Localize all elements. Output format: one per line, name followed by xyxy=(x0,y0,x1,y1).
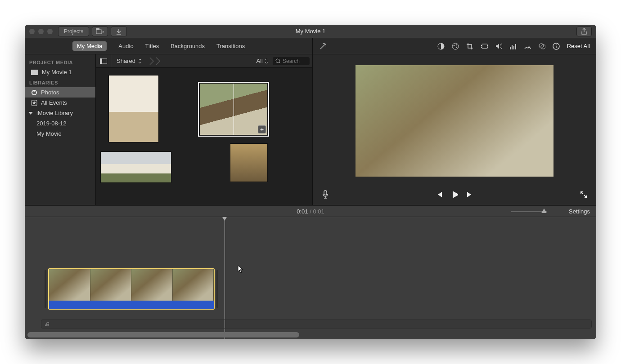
clip-trim-handle-left[interactable] xyxy=(45,270,46,308)
prev-frame-button[interactable] xyxy=(436,191,443,198)
inspector-toolbar: Reset All xyxy=(313,38,596,54)
media-thumb[interactable] xyxy=(230,143,268,182)
svg-point-19 xyxy=(556,44,557,45)
sidebar: PROJECT MEDIA My Movie 1 LIBRARIES Photo… xyxy=(25,54,96,205)
tab-backgrounds[interactable]: Backgrounds xyxy=(171,43,205,49)
svg-point-28 xyxy=(276,59,279,62)
minimize-window[interactable] xyxy=(38,29,44,34)
sidebar-heading-libraries: LIBRARIES xyxy=(25,77,95,87)
sidebar-item-label: Photos xyxy=(41,89,59,96)
eq-icon[interactable] xyxy=(509,43,517,50)
middle-panels: PROJECT MEDIA My Movie 1 LIBRARIES Photo… xyxy=(25,54,596,205)
close-window[interactable] xyxy=(29,29,35,34)
zoom-slider[interactable] xyxy=(511,211,547,212)
media-thumb[interactable] xyxy=(108,75,159,142)
chevron-updown-icon xyxy=(138,59,142,63)
svg-rect-9 xyxy=(481,47,482,48)
filter-all[interactable]: All xyxy=(252,58,273,64)
reset-all-button[interactable]: Reset All xyxy=(567,43,590,49)
clip-trim-handle-right[interactable] xyxy=(216,270,218,308)
tabs-row: My Media Audio Titles Backgrounds Transi… xyxy=(25,38,596,54)
timeline-scrollbar[interactable] xyxy=(27,332,594,337)
layout-toggle[interactable] xyxy=(96,54,111,67)
svg-rect-12 xyxy=(510,47,511,49)
projects-button[interactable]: Projects xyxy=(58,27,89,36)
sidebar-item-library[interactable]: iMovie Library xyxy=(25,108,95,118)
svg-rect-21 xyxy=(31,71,38,75)
search-input[interactable] xyxy=(283,58,305,64)
disclosure-triangle-icon[interactable] xyxy=(28,112,33,115)
media-thumb-selected[interactable] xyxy=(199,83,268,135)
svg-rect-14 xyxy=(513,46,514,49)
download-icon xyxy=(116,28,122,35)
media-thumb[interactable] xyxy=(100,151,171,183)
contrast-icon[interactable] xyxy=(437,43,445,50)
wand-icon[interactable] xyxy=(319,43,326,50)
volume-icon[interactable] xyxy=(495,43,502,50)
media-tabs: My Media Audio Titles Backgrounds Transi… xyxy=(25,38,313,54)
tab-my-media[interactable]: My Media xyxy=(72,41,107,51)
next-icon xyxy=(466,191,473,198)
next-frame-button[interactable] xyxy=(466,191,473,198)
tab-audio[interactable]: Audio xyxy=(118,43,133,49)
timeline[interactable] xyxy=(25,217,596,339)
share-icon xyxy=(581,28,587,35)
thumbnail-grid xyxy=(96,68,312,205)
import-button[interactable] xyxy=(92,27,108,36)
sidebar-item-all-events[interactable]: All Events xyxy=(25,98,95,108)
clip-audio-track[interactable] xyxy=(49,301,214,309)
speed-icon[interactable] xyxy=(524,43,531,50)
svg-point-5 xyxy=(455,44,457,45)
play-button[interactable] xyxy=(451,191,458,198)
window-controls xyxy=(29,29,53,34)
crop-icon[interactable] xyxy=(466,43,473,50)
zoom-window[interactable] xyxy=(47,29,53,34)
tab-titles[interactable]: Titles xyxy=(145,43,159,49)
sidebar-event-0[interactable]: 2019-08-12 xyxy=(25,118,95,129)
tab-transitions[interactable]: Transitions xyxy=(216,43,245,49)
chevron-right-icon xyxy=(155,57,162,66)
settings-button[interactable]: Settings xyxy=(569,208,590,215)
app-window: Projects My Movie 1 My Media Audio Title… xyxy=(25,25,596,339)
fullscreen-button[interactable] xyxy=(580,191,587,198)
info-icon[interactable] xyxy=(553,43,560,50)
mic-icon xyxy=(322,190,328,199)
import-icon xyxy=(96,28,104,35)
svg-rect-10 xyxy=(487,45,488,46)
svg-rect-0 xyxy=(96,30,102,34)
sidebar-event-1[interactable]: My Movie xyxy=(25,129,95,139)
filters-icon[interactable] xyxy=(538,43,545,50)
sidebar-project[interactable]: My Movie 1 xyxy=(25,67,95,77)
titlebar: Projects My Movie 1 xyxy=(25,25,596,38)
background-audio-well[interactable] xyxy=(41,320,592,328)
share-button[interactable] xyxy=(576,27,592,36)
preview-canvas[interactable] xyxy=(356,65,554,177)
timeline-clip[interactable] xyxy=(48,268,215,310)
music-icon xyxy=(45,321,50,327)
search-field[interactable] xyxy=(273,57,310,65)
svg-rect-13 xyxy=(512,45,513,49)
prev-icon xyxy=(436,191,443,198)
download-button[interactable] xyxy=(111,27,127,36)
sidebar-heading-project: PROJECT MEDIA xyxy=(25,57,95,67)
voiceover-mic-button[interactable] xyxy=(322,191,329,198)
breadcrumb-label: Shared xyxy=(117,58,135,64)
svg-point-24 xyxy=(33,90,35,92)
svg-point-6 xyxy=(456,46,457,48)
current-time: 0:01 xyxy=(297,208,308,215)
sidebar-item-label: My Movie xyxy=(36,130,62,137)
sidebar-item-photos[interactable]: Photos xyxy=(25,87,95,98)
time-bar: 0:01 / 0:01 Settings xyxy=(25,205,596,217)
svg-rect-8 xyxy=(481,45,482,46)
clapper-icon xyxy=(31,70,38,75)
layout-icon xyxy=(100,58,107,64)
scrollbar-thumb[interactable] xyxy=(27,332,299,337)
stabilize-icon[interactable] xyxy=(481,43,488,50)
svg-rect-7 xyxy=(482,44,487,49)
media-browser: Shared All xyxy=(96,54,313,205)
palette-icon[interactable] xyxy=(452,43,459,50)
skimmer-line xyxy=(234,84,234,135)
breadcrumb[interactable]: Shared xyxy=(111,58,147,64)
svg-rect-29 xyxy=(324,191,327,195)
play-icon xyxy=(451,190,458,199)
